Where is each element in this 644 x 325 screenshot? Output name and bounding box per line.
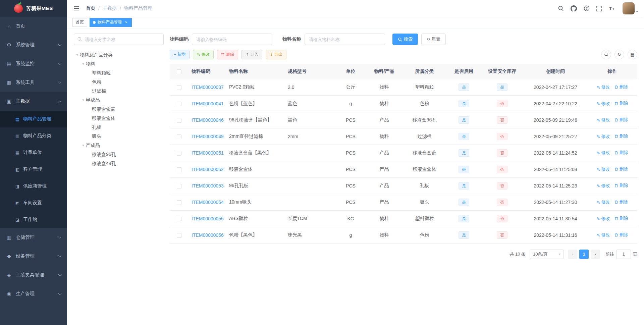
row-edit-link[interactable]: ✎修改 [597,216,610,222]
sidebar-toggle-icon[interactable] [72,4,81,13]
tree-node-tip[interactable]: 吸头 [74,132,164,141]
row-edit-link[interactable]: ✎修改 [597,117,610,123]
app-logo[interactable]: 苦糖果MES [0,0,67,17]
sidebar-subitem-customer-mgmt[interactable]: ◧ 客户管理 [0,161,67,178]
sidebar-item-warehouse-mgmt[interactable]: ▥ 仓储管理 [0,228,67,247]
row-delete-link[interactable]: 删除 [614,117,628,123]
tree-node-pigment[interactable]: 色粉 [74,77,164,87]
sidebar-item-system-tools[interactable]: ▦ 系统工具 [0,73,67,92]
material-code-input[interactable] [192,34,272,45]
tree-node-filter-cotton[interactable]: 过滤棉 [74,87,164,96]
item-code-link[interactable]: ITEM00000037 [192,85,224,90]
page-size-select[interactable]: 10条/页 ▾ [530,250,564,259]
export-button[interactable]: ↧导出 [266,50,286,59]
search-icon[interactable] [558,5,564,11]
tree-node-well-plate[interactable]: 孔板 [74,123,164,132]
tree-node-pipette-box-body[interactable]: 移液盒盒体 [74,114,164,123]
sidebar-item-home[interactable]: ⌂ 首页 [0,17,67,36]
item-code-link[interactable]: ITEM00000052 [192,167,224,172]
add-button[interactable]: +新增 [170,50,190,59]
row-checkbox[interactable] [177,102,181,106]
item-code-link[interactable]: ITEM00000041 [192,101,224,106]
sidebar-subitem-measure-unit[interactable]: ▦ 计量单位 [0,144,67,161]
row-delete-link[interactable]: 删除 [614,133,628,139]
row-checkbox[interactable] [177,151,181,156]
breadcrumb-master-data[interactable]: 主数据 [103,5,117,11]
font-size-icon[interactable]: TT [609,5,615,11]
row-edit-link[interactable]: ✎修改 [597,199,610,205]
sidebar-item-system-monitor[interactable]: ▤ 系统监控 [0,54,67,73]
row-delete-link[interactable]: 删除 [614,182,628,188]
row-checkbox[interactable] [177,85,181,90]
edit-button[interactable]: ✎修改 [193,50,214,59]
row-delete-link[interactable]: 删除 [614,84,628,90]
row-delete-link[interactable]: 删除 [614,150,628,156]
tree-node-plastic-granule[interactable]: 塑料颗粒 [74,68,164,77]
row-checkbox[interactable] [177,200,181,205]
prev-page-button[interactable]: ‹ [568,250,577,259]
sidebar-subitem-material-product-category[interactable]: ▥ 物料产品分类 [0,127,67,144]
sidebar-subitem-supplier-mgmt[interactable]: ◨ 供应商管理 [0,178,67,195]
row-checkbox[interactable] [177,233,181,238]
material-name-input[interactable] [305,34,385,45]
item-code-link[interactable]: ITEM00000049 [192,134,224,139]
delete-button[interactable]: 删除 [217,50,238,59]
row-delete-link[interactable]: 删除 [614,199,628,205]
row-edit-link[interactable]: ✎修改 [597,183,610,189]
sidebar-subitem-workstation[interactable]: ◪ 工作站 [0,211,67,228]
caret-down-icon[interactable]: ▾ [74,53,80,57]
toggle-search-button[interactable] [601,50,611,59]
tree-node-finished[interactable]: ▾产成品 [74,141,164,150]
page-number-button[interactable]: 1 [579,250,589,259]
close-icon[interactable]: × [124,20,128,25]
fullscreen-icon[interactable] [596,6,602,11]
row-checkbox[interactable] [177,217,181,221]
goto-page-input[interactable] [616,250,631,259]
tree-node-pipette-box-lid[interactable]: 移液盒盒盖 [74,105,164,114]
tree-node-material[interactable]: ▾物料 [74,59,164,68]
row-delete-link[interactable]: 删除 [614,232,628,238]
github-icon[interactable] [571,5,577,12]
select-all-checkbox[interactable] [177,69,181,74]
user-menu[interactable]: ▾ [623,2,638,14]
sidebar-subitem-workshop-settings[interactable]: ◩ 车间设置 [0,195,67,211]
reset-button[interactable]: ↻ 重置 [421,34,446,45]
sidebar-item-system-mgmt[interactable]: ⚙ 系统管理 [0,36,67,54]
row-edit-link[interactable]: ✎修改 [597,232,610,238]
item-code-link[interactable]: ITEM00000046 [192,117,224,123]
row-edit-link[interactable]: ✎修改 [597,84,610,90]
item-code-link[interactable]: ITEM00000056 [192,232,224,238]
category-search-input[interactable] [74,34,164,45]
caret-down-icon[interactable]: ▾ [80,98,86,102]
row-edit-link[interactable]: ✎修改 [597,133,610,140]
row-edit-link[interactable]: ✎修改 [597,150,610,156]
columns-setting-button[interactable]: ▦ [628,50,637,59]
tab-home[interactable]: 首页 [72,18,87,27]
breadcrumb-home[interactable]: 首页 [86,5,95,11]
import-button[interactable]: ↥导入 [241,50,262,59]
tree-node-pipette-box-96[interactable]: 移液盒96孔 [74,150,164,159]
sidebar-subitem-material-product-mgmt[interactable]: ▤ 物料产品管理 [0,111,67,127]
row-edit-link[interactable]: ✎修改 [597,166,610,172]
row-edit-link[interactable]: ✎修改 [597,101,610,107]
tree-node-pipette-box-48[interactable]: 移液盒48孔 [74,159,164,168]
row-delete-link[interactable]: 删除 [614,100,628,106]
row-delete-link[interactable]: 删除 [614,215,628,221]
item-code-link[interactable]: ITEM00000055 [192,216,224,221]
sidebar-item-equipment-mgmt[interactable]: ◆ 设备管理 [0,247,67,266]
caret-down-icon[interactable]: ▾ [80,62,86,66]
help-icon[interactable]: ? [584,5,590,11]
row-checkbox[interactable] [177,184,181,188]
row-checkbox[interactable] [177,118,181,123]
sidebar-item-production-mgmt[interactable]: ◉ 生产管理 [0,284,67,303]
item-code-link[interactable]: ITEM00000051 [192,150,224,156]
row-checkbox[interactable] [177,167,181,172]
sidebar-item-master-data[interactable]: ▣ 主数据 [0,92,67,111]
item-code-link[interactable]: ITEM00000054 [192,200,224,205]
tree-node-root[interactable]: ▾物料及产品分类 [74,50,164,59]
next-page-button[interactable]: › [591,250,600,259]
refresh-button[interactable]: ↻ [614,50,624,59]
sidebar-item-fixture-mgmt[interactable]: ◈ 工装夹具管理 [0,266,67,284]
tab-material-product-mgmt[interactable]: 物料产品管理 × [90,18,132,27]
item-code-link[interactable]: ITEM00000053 [192,183,224,188]
